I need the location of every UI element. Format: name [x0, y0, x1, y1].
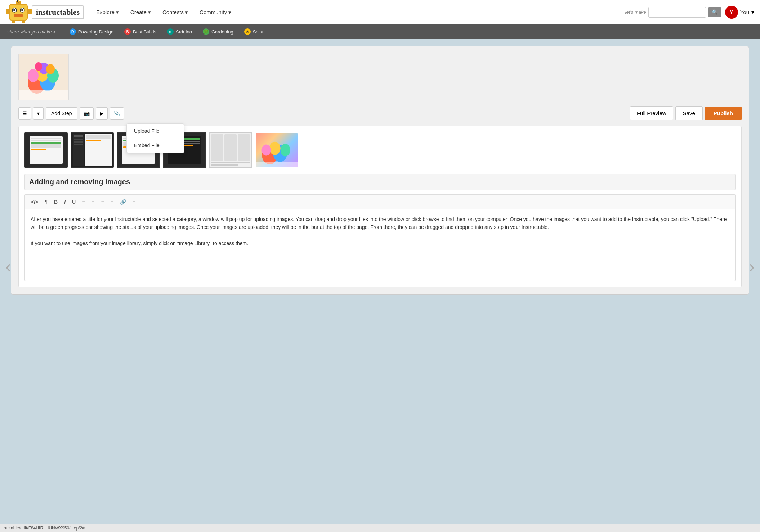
svg-point-2 — [13, 9, 15, 11]
logo-area[interactable]: instructables — [6, 0, 84, 24]
arduino-icon: ∞ — [167, 28, 174, 35]
add-step-button[interactable]: Add Step — [46, 107, 77, 120]
contests-dropdown-icon: ▾ — [185, 9, 188, 15]
status-bar: ructable/edit/F84HIRLHUNWX950/step/2# — [0, 524, 760, 532]
thumbnail-2[interactable] — [71, 132, 114, 168]
thumbnail-5[interactable] — [209, 132, 252, 168]
sub-navigation: share what you make > D Powering Design … — [0, 24, 760, 39]
svg-point-20 — [46, 64, 55, 74]
solar-link[interactable]: ☀ Solar — [240, 27, 268, 36]
user-name-label: You — [740, 9, 749, 15]
search-input[interactable] — [648, 7, 706, 18]
svg-point-25 — [261, 145, 271, 156]
thumbnail-1[interactable] — [24, 132, 68, 168]
underline-button[interactable]: U — [70, 198, 78, 206]
paragraph-button[interactable]: ¶ — [42, 198, 50, 206]
svg-rect-0 — [9, 4, 27, 20]
solar-icon: ☀ — [244, 28, 251, 35]
svg-point-24 — [269, 142, 281, 155]
publish-button[interactable]: Publish — [705, 107, 742, 120]
step-title[interactable]: Adding and removing images — [24, 174, 736, 190]
community-nav-link[interactable]: Community ▾ — [195, 6, 236, 18]
save-button[interactable]: Save — [675, 106, 703, 120]
svg-point-26 — [281, 144, 290, 157]
powering-design-icon: D — [70, 28, 76, 35]
list-dropdown-button[interactable]: ▾ — [33, 107, 44, 120]
share-tagline: share what you make > — [7, 29, 56, 35]
main-nav-links: Explore ▾ Create ▾ Contests ▾ Community … — [91, 6, 625, 18]
link-button[interactable]: 🔗 — [117, 198, 129, 206]
gardening-link[interactable]: 🌿 Gardening — [198, 27, 238, 36]
camera-button[interactable]: 📷 — [80, 107, 94, 120]
list-view-button[interactable]: ☰ — [18, 107, 31, 120]
prev-step-arrow[interactable]: ‹ — [2, 253, 15, 280]
search-area: let's make 🔍 — [625, 7, 721, 18]
svg-rect-21 — [19, 90, 68, 100]
robot-logo-icon — [6, 0, 32, 24]
editor-toolbar-row: ☰ ▾ Add Step 📷 ▶ 📎 Upload File Embed Fil… — [18, 106, 742, 120]
ordered-list-button[interactable]: ≡ — [89, 198, 97, 206]
next-step-arrow[interactable]: › — [745, 253, 758, 280]
svg-point-4 — [21, 9, 23, 11]
body-paragraph-2: If you want to use images from your imag… — [31, 239, 729, 247]
italic-button[interactable]: I — [62, 198, 68, 206]
svg-point-7 — [17, 0, 19, 2]
user-dropdown-icon: ▾ — [751, 9, 754, 15]
svg-rect-5 — [14, 14, 23, 17]
attachment-button[interactable]: 📎 — [110, 107, 124, 120]
best-builds-link[interactable]: B Best Builds — [120, 27, 161, 36]
search-button[interactable]: 🔍 — [708, 7, 721, 17]
align-left-button[interactable]: ≡ — [99, 198, 107, 206]
svg-rect-8 — [6, 9, 9, 14]
editor-card: ☰ ▾ Add Step 📷 ▶ 📎 Upload File Embed Fil… — [11, 46, 749, 295]
step-body-text[interactable]: After you have entered a title for your … — [24, 209, 736, 281]
url-display: ructable/edit/F84HIRLHUNWX950/step/2# — [4, 526, 85, 531]
site-name[interactable]: instructables — [32, 5, 84, 19]
code-button[interactable]: </> — [28, 198, 41, 206]
explore-nav-link[interactable]: Explore ▾ — [91, 6, 124, 18]
create-nav-link[interactable]: Create ▾ — [125, 6, 156, 18]
svg-rect-10 — [12, 20, 15, 23]
svg-rect-9 — [28, 9, 32, 14]
indent-button[interactable]: ≡ — [130, 198, 138, 206]
body-paragraph-1: After you have entered a title for your … — [31, 215, 729, 231]
thumbnail-6[interactable] — [255, 132, 298, 168]
main-content: ☰ ▾ Add Step 📷 ▶ 📎 Upload File Embed Fil… — [0, 39, 760, 302]
cover-image — [18, 54, 69, 100]
attachment-dropdown: Upload File Embed File — [126, 123, 184, 153]
thumbnail-photo-graphic — [256, 132, 298, 168]
unordered-list-button[interactable]: ≡ — [80, 198, 88, 206]
svg-rect-11 — [22, 20, 25, 23]
explore-dropdown-icon: ▾ — [116, 9, 119, 15]
powering-design-link[interactable]: D Powering Design — [65, 27, 118, 36]
embed-file-item[interactable]: Embed File — [127, 138, 184, 153]
svg-point-16 — [28, 69, 39, 82]
gardening-icon: 🌿 — [203, 28, 209, 35]
best-builds-icon: B — [124, 28, 131, 35]
create-dropdown-icon: ▾ — [148, 9, 151, 15]
user-menu[interactable]: Y You ▾ — [725, 6, 754, 19]
upload-file-item[interactable]: Upload File — [127, 124, 184, 138]
rich-text-toolbar: </> ¶ B I U ≡ ≡ ≡ ≡ 🔗 ≡ — [24, 194, 736, 209]
arduino-link[interactable]: ∞ Arduino — [163, 27, 196, 36]
video-button[interactable]: ▶ — [96, 107, 108, 120]
contests-nav-link[interactable]: Contests ▾ — [157, 6, 193, 18]
bold-button[interactable]: B — [52, 198, 60, 206]
align-right-button[interactable]: ≡ — [108, 198, 116, 206]
full-preview-button[interactable]: Full Preview — [630, 106, 673, 120]
svg-rect-27 — [256, 162, 298, 168]
community-dropdown-icon: ▾ — [228, 9, 231, 15]
cover-image-graphic — [19, 54, 68, 100]
top-navigation: instructables Explore ▾ Create ▾ Contest… — [0, 0, 760, 24]
lets-make-text: let's make — [625, 9, 646, 15]
svg-point-19 — [35, 62, 42, 71]
avatar: Y — [725, 6, 738, 19]
